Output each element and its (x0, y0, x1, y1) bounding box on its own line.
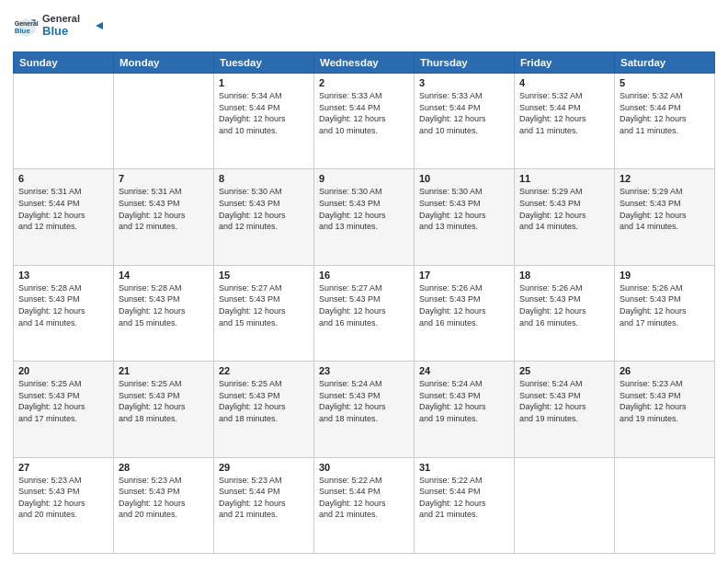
day-number: 20 (18, 365, 108, 376)
day-number: 28 (119, 462, 209, 473)
day-number: 29 (219, 462, 309, 473)
day-info: Sunrise: 5:31 AM Sunset: 5:43 PM Dayligh… (119, 186, 209, 232)
day-info: Sunrise: 5:32 AM Sunset: 5:44 PM Dayligh… (519, 90, 609, 136)
calendar-day-cell: 29Sunrise: 5:23 AM Sunset: 5:44 PM Dayli… (214, 457, 314, 553)
svg-text:Blue: Blue (15, 27, 31, 35)
day-info: Sunrise: 5:33 AM Sunset: 5:44 PM Dayligh… (319, 90, 409, 136)
day-number: 19 (620, 270, 710, 281)
day-info: Sunrise: 5:22 AM Sunset: 5:44 PM Dayligh… (419, 475, 509, 521)
day-info: Sunrise: 5:23 AM Sunset: 5:43 PM Dayligh… (620, 378, 710, 424)
calendar-day-cell: 20Sunrise: 5:25 AM Sunset: 5:43 PM Dayli… (14, 362, 114, 457)
day-number: 31 (419, 462, 509, 473)
day-number: 3 (419, 77, 509, 88)
day-number: 24 (419, 365, 509, 376)
calendar-week-row: 20Sunrise: 5:25 AM Sunset: 5:43 PM Dayli… (14, 362, 715, 457)
page-header: General Blue General Blue (13, 9, 715, 46)
calendar-day-cell: 23Sunrise: 5:24 AM Sunset: 5:43 PM Dayli… (314, 362, 415, 457)
day-info: Sunrise: 5:30 AM Sunset: 5:43 PM Dayligh… (419, 186, 509, 232)
calendar-day-cell: 6Sunrise: 5:31 AM Sunset: 5:44 PM Daylig… (14, 169, 114, 265)
logo-icon: General Blue (13, 15, 39, 40)
calendar-day-cell: 10Sunrise: 5:30 AM Sunset: 5:43 PM Dayli… (415, 169, 515, 265)
calendar-day-cell: 31Sunrise: 5:22 AM Sunset: 5:44 PM Dayli… (415, 457, 515, 553)
day-number: 26 (620, 365, 710, 376)
weekday-header-wednesday: Wednesday (314, 52, 415, 74)
day-number: 21 (119, 365, 209, 376)
day-number: 18 (519, 270, 609, 281)
logo: General Blue General Blue (13, 9, 107, 46)
calendar-day-cell: 28Sunrise: 5:23 AM Sunset: 5:43 PM Dayli… (114, 457, 214, 553)
weekday-header-thursday: Thursday (415, 52, 515, 74)
day-info: Sunrise: 5:27 AM Sunset: 5:43 PM Dayligh… (319, 282, 409, 328)
day-number: 10 (419, 173, 509, 184)
calendar-day-cell: 21Sunrise: 5:25 AM Sunset: 5:43 PM Dayli… (114, 362, 214, 457)
calendar-day-cell: 18Sunrise: 5:26 AM Sunset: 5:43 PM Dayli… (515, 265, 615, 361)
calendar-day-cell (14, 74, 114, 169)
calendar-day-cell: 2Sunrise: 5:33 AM Sunset: 5:44 PM Daylig… (314, 74, 415, 169)
day-number: 14 (119, 270, 209, 281)
day-info: Sunrise: 5:24 AM Sunset: 5:43 PM Dayligh… (319, 378, 409, 424)
day-number: 9 (319, 173, 409, 184)
calendar-day-cell (114, 74, 214, 169)
calendar-table: SundayMondayTuesdayWednesdayThursdayFrid… (13, 52, 715, 554)
day-number: 11 (519, 173, 609, 184)
day-info: Sunrise: 5:28 AM Sunset: 5:43 PM Dayligh… (119, 282, 209, 328)
day-number: 12 (620, 173, 710, 184)
day-number: 30 (319, 462, 409, 473)
calendar-week-row: 1Sunrise: 5:34 AM Sunset: 5:44 PM Daylig… (14, 74, 715, 169)
day-info: Sunrise: 5:24 AM Sunset: 5:43 PM Dayligh… (519, 378, 609, 424)
calendar-day-cell: 8Sunrise: 5:30 AM Sunset: 5:43 PM Daylig… (214, 169, 314, 265)
day-number: 6 (18, 173, 108, 184)
day-number: 17 (419, 270, 509, 281)
svg-text:Blue: Blue (42, 24, 68, 38)
calendar-week-row: 6Sunrise: 5:31 AM Sunset: 5:44 PM Daylig… (14, 169, 715, 265)
calendar-day-cell: 30Sunrise: 5:22 AM Sunset: 5:44 PM Dayli… (314, 457, 415, 553)
day-number: 16 (319, 270, 409, 281)
day-info: Sunrise: 5:28 AM Sunset: 5:43 PM Dayligh… (18, 282, 108, 328)
calendar-week-row: 27Sunrise: 5:23 AM Sunset: 5:43 PM Dayli… (14, 457, 715, 553)
day-info: Sunrise: 5:26 AM Sunset: 5:43 PM Dayligh… (620, 282, 710, 328)
day-number: 27 (18, 462, 108, 473)
calendar-day-cell: 4Sunrise: 5:32 AM Sunset: 5:44 PM Daylig… (515, 74, 615, 169)
calendar-day-cell (515, 457, 615, 553)
day-info: Sunrise: 5:23 AM Sunset: 5:43 PM Dayligh… (119, 475, 209, 521)
calendar-day-cell: 7Sunrise: 5:31 AM Sunset: 5:43 PM Daylig… (114, 169, 214, 265)
day-info: Sunrise: 5:30 AM Sunset: 5:43 PM Dayligh… (219, 186, 309, 232)
svg-marker-7 (96, 22, 103, 29)
day-info: Sunrise: 5:27 AM Sunset: 5:43 PM Dayligh… (219, 282, 309, 328)
calendar-day-cell: 15Sunrise: 5:27 AM Sunset: 5:43 PM Dayli… (214, 265, 314, 361)
day-info: Sunrise: 5:34 AM Sunset: 5:44 PM Dayligh… (219, 90, 309, 136)
day-info: Sunrise: 5:32 AM Sunset: 5:44 PM Dayligh… (620, 90, 710, 136)
day-number: 5 (620, 77, 710, 88)
day-info: Sunrise: 5:25 AM Sunset: 5:43 PM Dayligh… (219, 378, 309, 424)
weekday-header-tuesday: Tuesday (214, 52, 314, 74)
day-number: 23 (319, 365, 409, 376)
day-number: 1 (219, 77, 309, 88)
day-number: 8 (219, 173, 309, 184)
calendar-day-cell: 25Sunrise: 5:24 AM Sunset: 5:43 PM Dayli… (515, 362, 615, 457)
day-info: Sunrise: 5:31 AM Sunset: 5:44 PM Dayligh… (18, 186, 108, 232)
calendar-day-cell (615, 457, 715, 553)
calendar-day-cell: 12Sunrise: 5:29 AM Sunset: 5:43 PM Dayli… (615, 169, 715, 265)
day-info: Sunrise: 5:25 AM Sunset: 5:43 PM Dayligh… (119, 378, 209, 424)
calendar-day-cell: 3Sunrise: 5:33 AM Sunset: 5:44 PM Daylig… (415, 74, 515, 169)
weekday-header-row: SundayMondayTuesdayWednesdayThursdayFrid… (14, 52, 715, 74)
calendar-day-cell: 27Sunrise: 5:23 AM Sunset: 5:43 PM Dayli… (14, 457, 114, 553)
calendar-day-cell: 13Sunrise: 5:28 AM Sunset: 5:43 PM Dayli… (14, 265, 114, 361)
day-info: Sunrise: 5:26 AM Sunset: 5:43 PM Dayligh… (419, 282, 509, 328)
day-info: Sunrise: 5:29 AM Sunset: 5:43 PM Dayligh… (519, 186, 609, 232)
calendar-day-cell: 19Sunrise: 5:26 AM Sunset: 5:43 PM Dayli… (615, 265, 715, 361)
day-info: Sunrise: 5:33 AM Sunset: 5:44 PM Dayligh… (419, 90, 509, 136)
day-info: Sunrise: 5:29 AM Sunset: 5:43 PM Dayligh… (620, 186, 710, 232)
weekday-header-friday: Friday (515, 52, 615, 74)
day-number: 25 (519, 365, 609, 376)
day-number: 13 (18, 270, 108, 281)
day-info: Sunrise: 5:24 AM Sunset: 5:43 PM Dayligh… (419, 378, 509, 424)
day-number: 4 (519, 77, 609, 88)
day-number: 22 (219, 365, 309, 376)
weekday-header-saturday: Saturday (615, 52, 715, 74)
calendar-week-row: 13Sunrise: 5:28 AM Sunset: 5:43 PM Dayli… (14, 265, 715, 361)
calendar-day-cell: 17Sunrise: 5:26 AM Sunset: 5:43 PM Dayli… (415, 265, 515, 361)
calendar-day-cell: 1Sunrise: 5:34 AM Sunset: 5:44 PM Daylig… (214, 74, 314, 169)
day-number: 15 (219, 270, 309, 281)
logo-svg: General Blue (42, 9, 107, 42)
